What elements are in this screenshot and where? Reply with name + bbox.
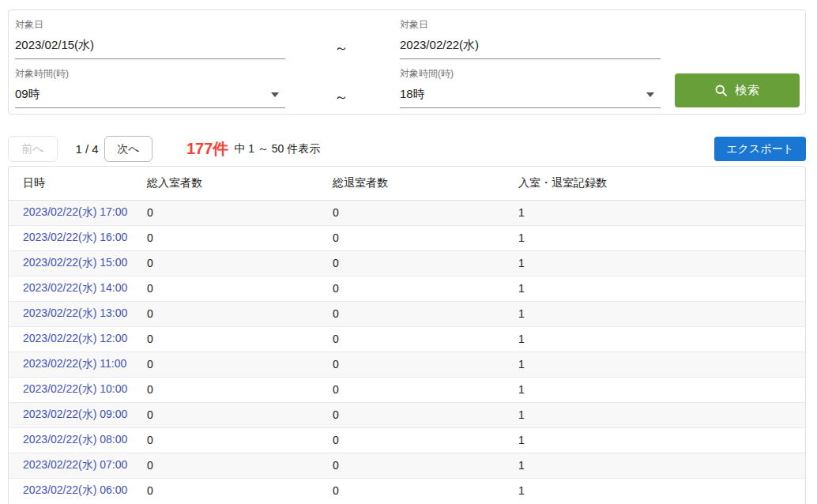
cell-value: 1 [518, 478, 805, 503]
cell-datetime: 2023/02/22(水) 15:00 [9, 250, 147, 276]
hour-from-select[interactable]: 09時 [15, 85, 285, 108]
cell-value: 0 [333, 200, 518, 225]
cell-value: 0 [333, 402, 518, 427]
hour-to-field: 対象時間(時) 18時 [400, 67, 661, 108]
datetime-link[interactable]: 2023/02/22(水) 16:00 [23, 231, 127, 243]
date-from-input[interactable]: 2023/02/15(水) [15, 36, 285, 59]
cell-value: 1 [518, 427, 805, 453]
chevron-down-icon [646, 92, 654, 97]
table-row: 2023/02/22(水) 17:00001 [9, 200, 805, 225]
total-count: 177件 [186, 138, 228, 160]
cell-value: 1 [518, 225, 805, 250]
datetime-link[interactable]: 2023/02/22(水) 13:00 [23, 307, 127, 319]
search-button[interactable]: 検索 [675, 73, 800, 107]
date-from-field: 対象日 2023/02/15(水) [15, 18, 285, 59]
datetime-link[interactable]: 2023/02/22(水) 08:00 [23, 433, 127, 446]
column-header-datetime: 日時 [9, 167, 147, 200]
table-row: 2023/02/22(水) 06:00001 [9, 478, 805, 503]
cell-value: 0 [147, 427, 333, 453]
table-row: 2023/02/22(水) 12:00001 [9, 326, 805, 352]
cell-value: 1 [518, 402, 805, 427]
column-header-total-entries: 総入室者数 [147, 167, 333, 200]
cell-value: 1 [518, 352, 805, 377]
datetime-link[interactable]: 2023/02/22(水) 14:00 [23, 281, 127, 294]
cell-value: 0 [333, 352, 518, 377]
cell-value: 1 [518, 301, 805, 326]
hour-from-label: 対象時間(時) [15, 67, 285, 81]
table-row: 2023/02/22(水) 11:00001 [9, 352, 805, 377]
date-to-label: 対象日 [400, 18, 661, 32]
table-row: 2023/02/22(水) 10:00001 [9, 377, 805, 402]
cell-value: 0 [147, 301, 333, 326]
datetime-link[interactable]: 2023/02/22(水) 11:00 [23, 357, 126, 370]
date-to-input[interactable]: 2023/02/22(水) [400, 36, 661, 59]
table-row: 2023/02/22(水) 08:00001 [9, 427, 805, 453]
cell-value: 0 [333, 276, 518, 301]
column-header-total-exits: 総退室者数 [333, 167, 518, 200]
cell-value: 0 [147, 200, 333, 225]
cell-value: 0 [147, 326, 333, 352]
hour-to-value: 18時 [400, 87, 425, 100]
cell-datetime: 2023/02/22(水) 14:00 [9, 276, 147, 301]
filter-panel: 対象日 2023/02/15(水) ～ 対象日 2023/02/22(水) 対象… [8, 9, 806, 115]
datetime-link[interactable]: 2023/02/22(水) 07:00 [23, 458, 127, 471]
cell-datetime: 2023/02/22(水) 16:00 [9, 225, 147, 250]
search-icon [714, 84, 728, 97]
cell-value: 0 [333, 377, 518, 402]
cell-value: 1 [518, 200, 805, 225]
cell-datetime: 2023/02/22(水) 13:00 [9, 301, 147, 326]
cell-value: 0 [147, 250, 333, 276]
page: 対象日 2023/02/15(水) ～ 対象日 2023/02/22(水) 対象… [0, 0, 817, 504]
cell-datetime: 2023/02/22(水) 08:00 [9, 427, 147, 453]
results-table: 日時 総入室者数 総退室者数 入室・退室記録数 2023/02/22(水) 17… [9, 167, 805, 503]
hour-to-label: 対象時間(時) [400, 67, 661, 81]
date-to-field: 対象日 2023/02/22(水) [400, 18, 661, 59]
chevron-down-icon [271, 92, 279, 97]
cell-value: 0 [147, 225, 333, 250]
cell-datetime: 2023/02/22(水) 17:00 [9, 200, 147, 225]
cell-datetime: 2023/02/22(水) 10:00 [9, 377, 147, 402]
results-table-panel: 日時 総入室者数 総退室者数 入室・退室記録数 2023/02/22(水) 17… [8, 166, 806, 504]
cell-value: 1 [518, 453, 805, 478]
table-row: 2023/02/22(水) 13:00001 [9, 301, 805, 326]
hour-to-select[interactable]: 18時 [400, 85, 661, 108]
page-indicator: 1 / 4 [70, 136, 104, 162]
table-row: 2023/02/22(水) 16:00001 [9, 225, 805, 250]
cell-value: 0 [147, 352, 333, 377]
datetime-link[interactable]: 2023/02/22(水) 09:00 [23, 408, 127, 420]
cell-value: 1 [518, 250, 805, 276]
table-row: 2023/02/22(水) 09:00001 [9, 402, 805, 427]
cell-value: 0 [333, 301, 518, 326]
cell-value: 0 [333, 478, 518, 503]
cell-value: 0 [147, 453, 333, 478]
datetime-link[interactable]: 2023/02/22(水) 15:00 [23, 256, 127, 269]
cell-value: 0 [333, 250, 518, 276]
hour-from-field: 対象時間(時) 09時 [15, 67, 285, 108]
cell-value: 1 [518, 377, 805, 402]
datetime-link[interactable]: 2023/02/22(水) 06:00 [23, 483, 127, 496]
next-page-button[interactable]: 次へ [104, 136, 152, 162]
result-count: 177件 中 1 ～ 50 件表示 [186, 136, 320, 162]
cell-datetime: 2023/02/22(水) 07:00 [9, 453, 147, 478]
export-button[interactable]: エクスポート [714, 137, 806, 161]
column-header-record-count: 入室・退室記録数 [518, 167, 805, 200]
date-range-separator: ～ [334, 39, 348, 58]
date-from-label: 対象日 [15, 18, 285, 32]
cell-datetime: 2023/02/22(水) 12:00 [9, 326, 147, 352]
table-row: 2023/02/22(水) 15:00001 [9, 250, 805, 276]
hour-from-value: 09時 [15, 87, 40, 100]
cell-value: 0 [147, 478, 333, 503]
search-button-label: 検索 [735, 83, 760, 98]
cell-datetime: 2023/02/22(水) 06:00 [9, 478, 147, 503]
hour-range-separator: ～ [334, 88, 348, 107]
datetime-link[interactable]: 2023/02/22(水) 12:00 [23, 332, 127, 344]
cell-value: 0 [333, 326, 518, 352]
table-body: 2023/02/22(水) 17:000012023/02/22(水) 16:0… [9, 200, 805, 503]
datetime-link[interactable]: 2023/02/22(水) 17:00 [23, 205, 127, 218]
cell-value: 0 [147, 402, 333, 427]
datetime-link[interactable]: 2023/02/22(水) 10:00 [23, 382, 127, 395]
cell-value: 0 [333, 225, 518, 250]
prev-page-button[interactable]: 前へ [8, 136, 58, 162]
cell-value: 0 [147, 276, 333, 301]
table-row: 2023/02/22(水) 07:00001 [9, 453, 805, 478]
